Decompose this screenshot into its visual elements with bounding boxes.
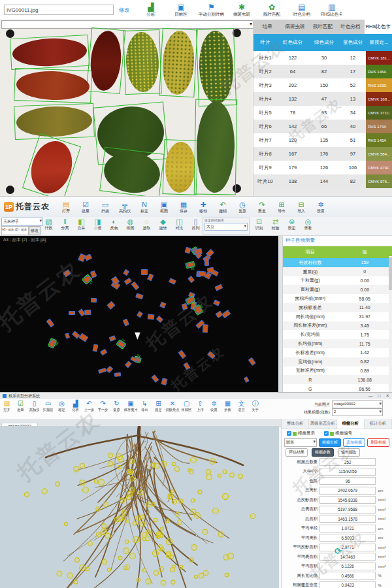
- leaf-result-tab[interactable]: 病斑虫斑: [281, 20, 308, 34]
- delete-nodule-button[interactable]: 删除根瘤: [367, 438, 389, 447]
- root-toolbar-button[interactable]: ▣ 保存图片: [123, 399, 138, 419]
- checkbox-option[interactable]: ✓ 根瘤编号: [324, 431, 352, 436]
- seed-edit-button[interactable]: ◆ 旋转: [155, 218, 171, 231]
- root-toolbar-button[interactable]: ▭ 扫描仪: [41, 399, 55, 419]
- seed-canvas[interactable]: A3 - 副本 (2) - 副本.jpg 7225395993283761: [0, 236, 278, 393]
- nodule-analyze-button[interactable]: 根瘤分析: [319, 438, 341, 447]
- root-toolbar-button[interactable]: ▟ 分析: [69, 399, 82, 419]
- root-analysis-tab[interactable]: 高级形态分析: [309, 419, 336, 429]
- measurement-value-box[interactable]: 0.0423: [319, 581, 376, 588]
- root-toolbar-button[interactable]: 文 语言: [235, 399, 248, 419]
- leaf-toolbar-button[interactable]: ▥ RHS比色卡: [317, 3, 347, 17]
- close-button[interactable]: ✕: [386, 393, 389, 399]
- measurement-value-box[interactable]: 115/92/56: [319, 468, 376, 476]
- experience-library-dropdown[interactable]: 大豆: [204, 223, 248, 231]
- seed-edit-button[interactable]: ◌ 选取: [139, 218, 155, 231]
- seed-toolbar-button[interactable]: ⊞ 导出: [272, 201, 291, 214]
- marker-shape-dropdown[interactable]: 圆形: [284, 438, 317, 447]
- measurement-value-box[interactable]: 14.7469: [319, 553, 376, 561]
- seed-edit-button[interactable]: ▯ 排列: [188, 218, 204, 231]
- checkbox-checked-icon[interactable]: ✓: [324, 431, 329, 436]
- seed-toolbar-button[interactable]: ◷ 复原: [233, 201, 252, 214]
- measurement-value-box[interactable]: 0.4566: [319, 572, 376, 580]
- leaf-result-tab[interactable]: 残叶匹配: [309, 20, 336, 34]
- leaf-image-canvas[interactable]: [0, 29, 252, 196]
- leaf-result-tab[interactable]: 叶色分档: [336, 20, 364, 34]
- seed-edit-button[interactable]: ◐ 反色: [106, 218, 122, 231]
- root-toolbar-button[interactable]: ⊞ 固定: [152, 399, 165, 419]
- leaf-result-tab[interactable]: RHS比色卡: [365, 20, 392, 34]
- root-toolbar-button[interactable]: ✲ 设置: [207, 399, 221, 419]
- seed-toolbar-button[interactable]: ↶ 撤销: [213, 201, 233, 214]
- seed-edit-button[interactable]: ◍ 抠图: [122, 218, 139, 231]
- export-report-button[interactable]: 输出报告: [338, 448, 360, 457]
- root-toolbar-button[interactable]: ↷ 下一步: [96, 399, 110, 419]
- leaf-toolbar-button[interactable]: ▟ 分析: [136, 3, 166, 17]
- measurement-value-box[interactable]: 252: [319, 458, 376, 466]
- checkbox-option[interactable]: ✓ 根瘤显示: [287, 431, 315, 436]
- root-toolbar-button[interactable]: ▯ 高拍仪: [27, 399, 41, 419]
- image-list-dropdown[interactable]: [1, 20, 255, 29]
- seed-edit-button[interactable]: ◫ 对比: [171, 218, 188, 231]
- measurement-value-box[interactable]: 2.9771: [319, 544, 376, 551]
- measurement-value-box[interactable]: 5197.9588: [319, 506, 376, 514]
- seed-recognize-button[interactable]: ⊡ 识别: [251, 218, 267, 231]
- modify-button[interactable]: 修改: [29, 226, 41, 235]
- seed-toolbar-button[interactable]: ↷ 重复: [252, 201, 272, 214]
- root-toolbar-button[interactable]: ✕ 消除杂点: [165, 399, 180, 419]
- root-toolbar-button[interactable]: ▢ 目标区: [180, 399, 193, 419]
- root-analysis-tab[interactable]: 统计分析: [365, 419, 392, 429]
- leaf-toolbar-button[interactable]: ▤ 叶色分档: [287, 3, 317, 17]
- seed-recognize-button[interactable]: ⊜ 设定: [284, 218, 300, 231]
- seed-toolbar-button[interactable]: ☑ 批量: [76, 201, 95, 214]
- seed-toolbar-button[interactable]: ▣ 截图: [154, 201, 174, 214]
- filename-input[interactable]: [4, 5, 114, 15]
- seed-edit-button[interactable]: ▧ 计数: [41, 218, 57, 231]
- root-toolbar-button[interactable]: ◎ 标定: [55, 399, 69, 419]
- seed-toolbar-button[interactable]: ✲ 设置: [311, 201, 331, 214]
- root-toolbar-button[interactable]: ▦ 拼接: [221, 399, 235, 419]
- root-toolbar-button[interactable]: ↳ 导出: [138, 399, 152, 419]
- measurement-value-box[interactable]: 6.1226: [319, 563, 376, 570]
- root-analysis-tab[interactable]: 整体分析: [282, 419, 309, 429]
- leaf-result-tab[interactable]: 结果: [253, 20, 281, 34]
- maximize-button[interactable]: □: [378, 393, 381, 399]
- seed-toolbar-button[interactable]: ⊟ 导入: [291, 201, 311, 214]
- scrollbar[interactable]: [389, 256, 392, 393]
- seed-toolbar-button[interactable]: ▭ 扫描: [95, 201, 115, 214]
- measurement-value-box[interactable]: 2402.0679: [319, 487, 376, 495]
- measurement-value-box[interactable]: 1.0721: [319, 525, 376, 532]
- seed-toolbar-button[interactable]: ▤ 打开: [56, 201, 76, 214]
- root-toolbar-button[interactable]: ▤ 打开: [0, 399, 14, 419]
- modify-link[interactable]: 修改: [119, 7, 129, 14]
- seed-edit-button[interactable]: ◨ 二值: [90, 218, 106, 231]
- root-toolbar-button[interactable]: ⓘ 关于: [248, 399, 262, 419]
- root-analysis-tab[interactable]: 根瘤分析: [337, 419, 365, 429]
- evaluate-result-button[interactable]: 评估结果: [286, 448, 308, 457]
- leaf-toolbar-button[interactable]: ▣ 目标区: [166, 3, 196, 17]
- nodule-params-button[interactable]: 根瘤参数: [312, 448, 334, 457]
- root-toolbar-button[interactable]: ↶ 上一步: [82, 399, 96, 419]
- leaf-toolbar-button[interactable]: ✱ 病斑虫斑: [227, 3, 257, 17]
- album-count-dropdown[interactable]: 2: [332, 408, 383, 416]
- seed-toolbar-button[interactable]: ▦ 保存: [174, 201, 193, 214]
- root-toolbar-button[interactable]: ↻ 复原: [110, 399, 123, 419]
- measurement-value-box[interactable]: 6.5093: [319, 534, 376, 542]
- sample-type-dropdown[interactable]: 玉米种子: [1, 218, 43, 226]
- minimize-button[interactable]: —: [368, 393, 373, 399]
- seed-recognize-button[interactable]: ⇄ 校验: [267, 218, 284, 231]
- scrollbar-thumb[interactable]: [389, 257, 392, 290]
- measurement-value-box[interactable]: 1545.8338: [319, 496, 376, 504]
- measurement-value-box[interactable]: 96: [319, 477, 376, 485]
- seed-edit-button[interactable]: ◧ 合并: [73, 218, 90, 231]
- add-nodule-button[interactable]: 添加根瘤: [343, 438, 365, 447]
- root-toolbar-button[interactable]: ⇧ 上传: [193, 399, 207, 419]
- checkbox-checked-icon[interactable]: ✓: [287, 431, 291, 436]
- seed-recognize-button[interactable]: ◎ 查看: [300, 218, 316, 231]
- seed-edit-button[interactable]: ‖ 分离: [57, 218, 73, 231]
- seed-toolbar-button[interactable]: ╦ 高拍仪: [115, 201, 135, 214]
- root-image-canvas[interactable]: [0, 426, 279, 588]
- current-image-dropdown[interactable]: image00002: [332, 400, 383, 408]
- seed-toolbar-button[interactable]: ✚ 移动: [193, 201, 213, 214]
- measurement-value-box[interactable]: 1463.1578: [319, 515, 376, 523]
